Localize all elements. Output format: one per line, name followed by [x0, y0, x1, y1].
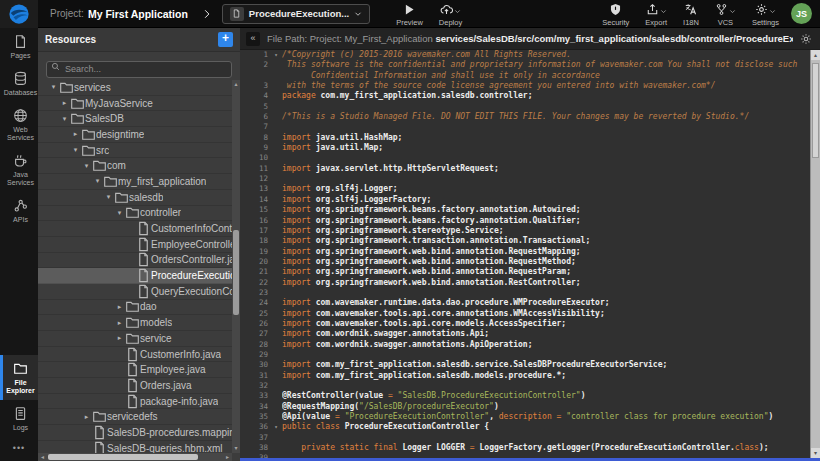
settings-button[interactable]: Settings	[752, 0, 779, 27]
code-line: 33@RestController(value = "SalesDB.Proce…	[240, 391, 810, 401]
collapse-panel-button[interactable]: «	[246, 32, 260, 46]
tree-hscroll-thumb[interactable]	[48, 454, 198, 460]
tree-item-employeecontroller-java[interactable]: EmployeeController.java	[38, 237, 232, 253]
tree-item-package-info-java[interactable]: package-info.java	[38, 394, 232, 410]
wavemaker-logo[interactable]	[0, 0, 38, 28]
tree-item-orders-java[interactable]: Orders.java	[38, 378, 232, 394]
tree-item-label: designtime	[96, 129, 144, 140]
tree-item-services[interactable]: ▾services	[38, 80, 232, 96]
code-text: Confidential Information and shall use i…	[282, 71, 810, 81]
tree-item-salesdb-procedures-mappings-json[interactable]: SalesDB-procedures.mappings.json	[38, 425, 232, 441]
code-editor[interactable]: 1▾/*Copyright (c) 2015-2016 wavemaker.co…	[240, 50, 810, 458]
tree-vertical-scrollbar[interactable]: ▴ ▾	[232, 80, 240, 453]
deploy-button[interactable]: Deploy	[439, 0, 462, 27]
fold-spacer	[270, 288, 282, 298]
sidebar-item-databases[interactable]: Databases	[0, 65, 38, 102]
editor-settings-gear-icon[interactable]	[800, 33, 812, 45]
tree-collapsed-arrow-icon[interactable]: ▸	[114, 303, 125, 311]
tree-item-label: CustomerInfo.java	[140, 349, 221, 360]
security-label: Security	[602, 18, 629, 27]
sidebar-item-file-explorer[interactable]: File Explorer	[0, 355, 38, 400]
tree-expanded-arrow-icon[interactable]: ▾	[114, 209, 125, 217]
tree-expanded-arrow-icon[interactable]: ▾	[59, 115, 70, 123]
export-button[interactable]: Export	[645, 0, 667, 27]
editor-vscroll-thumb[interactable]	[812, 63, 819, 158]
sidebar-item-web-services[interactable]: Web Services	[0, 102, 38, 147]
tree-item-servicedefs[interactable]: ▸servicedefs	[38, 409, 232, 425]
tree-item-designtime[interactable]: ▸designtime	[38, 127, 232, 143]
tree-collapsed-arrow-icon[interactable]: ▸	[70, 130, 81, 138]
tree-item-label: servicedefs	[107, 411, 158, 422]
preview-button[interactable]: Preview	[396, 0, 423, 27]
tree-item-salesdb[interactable]: ▾salesdb	[38, 190, 232, 206]
tree-item-customerinfocontroller-java[interactable]: CustomerInfoController.java	[38, 221, 232, 237]
vcs-button[interactable]: VCS	[715, 0, 736, 27]
search-input[interactable]	[46, 61, 232, 78]
security-button[interactable]: Security	[602, 0, 629, 27]
tree-item-src[interactable]: ▾src	[38, 143, 232, 159]
fold-spacer	[270, 71, 282, 81]
folder-icon	[92, 409, 107, 424]
sidebar-item-logs[interactable]: Logs	[0, 400, 38, 437]
sidebar-item-java-services[interactable]: Java Services	[0, 147, 38, 192]
fold-spacer	[270, 205, 282, 215]
tree-expanded-arrow-icon[interactable]: ▾	[81, 162, 92, 170]
sidebar-item-label: Java Services	[3, 171, 38, 187]
code-line: 34@RequestMapping("/SalesDB/procedureExe…	[240, 402, 810, 412]
add-resource-button[interactable]: +	[218, 32, 233, 47]
tree-item-procedureexecutioncontroller-java[interactable]: ProcedureExecutionController.java	[38, 268, 232, 284]
code-line: 13import org.slf4j.Logger;	[240, 184, 810, 194]
scroll-right-icon[interactable]: ▸	[223, 453, 232, 461]
user-avatar[interactable]: JS	[791, 3, 812, 24]
line-number: 18	[240, 236, 270, 246]
left-icon-rail: PagesDatabasesWeb ServicesJava ServicesA…	[0, 28, 38, 461]
tree-item-models[interactable]: ▸models	[38, 315, 232, 331]
scroll-down-icon[interactable]: ▾	[232, 444, 240, 453]
sidebar-item-pages[interactable]: Pages	[0, 28, 38, 65]
tree-item-label: EmployeeController.java	[151, 239, 232, 250]
tree-item-dao[interactable]: ▸dao	[38, 300, 232, 316]
sidebar-item-apis[interactable]: APIs	[0, 192, 38, 229]
tree-item-service[interactable]: ▸service	[38, 331, 232, 347]
editor-vertical-scrollbar[interactable]: ▴ ▾	[810, 50, 820, 458]
open-file-dropdown[interactable]: ProcedureExecution...	[222, 4, 370, 24]
fold-marker-icon[interactable]: ▾	[270, 422, 282, 432]
code-line: 4package com.my_first_application.salesd…	[240, 91, 810, 101]
tree-item-controller[interactable]: ▾controller	[38, 206, 232, 222]
code-text: /*Copyright (c) 2015-2016 wavemaker.com …	[282, 50, 810, 60]
line-number: 35	[240, 412, 270, 422]
tree-item-salesdb[interactable]: ▾SalesDB	[38, 111, 232, 127]
tree-collapsed-arrow-icon[interactable]: ▸	[59, 99, 70, 107]
scroll-down-icon[interactable]: ▾	[811, 448, 820, 458]
scroll-left-icon[interactable]: ◂	[38, 453, 47, 461]
line-number: 5	[240, 102, 270, 112]
file-icon	[136, 252, 151, 267]
file-path-prefix: File Path: Project: My_First_Application	[267, 33, 435, 44]
tree-item-my-first-application[interactable]: ▾my_first_application	[38, 174, 232, 190]
tree-collapsed-arrow-icon[interactable]: ▸	[114, 334, 125, 342]
scroll-up-icon[interactable]: ▴	[811, 50, 820, 60]
tree-item-orderscontroller-java[interactable]: OrdersController.java	[38, 253, 232, 269]
tree-collapsed-arrow-icon[interactable]: ▸	[81, 413, 92, 421]
fold-marker-icon[interactable]: ▾	[270, 50, 282, 60]
tree-expanded-arrow-icon[interactable]: ▾	[103, 193, 114, 201]
line-number: 21	[240, 267, 270, 277]
tree-expanded-arrow-icon[interactable]: ▾	[70, 146, 81, 154]
i18n-button[interactable]: I18N	[683, 0, 699, 27]
tree-item-queryexecutioncontroller-java[interactable]: QueryExecutionController.java	[38, 284, 232, 300]
line-number: 6	[240, 112, 270, 122]
tree-vscroll-thumb[interactable]	[233, 230, 239, 315]
tree-item-salesdb-queries-hbm-xml[interactable]: SalesDB-queries.hbm.xml	[38, 441, 232, 453]
tree-collapsed-arrow-icon[interactable]: ▸	[114, 319, 125, 327]
tree-horizontal-scrollbar[interactable]: ◂ ▸	[38, 453, 232, 461]
logs-icon	[13, 406, 28, 421]
tree-item-employee-java[interactable]: Employee.java	[38, 362, 232, 378]
tree-expanded-arrow-icon[interactable]: ▾	[92, 177, 103, 185]
tree-item-myjavaservice[interactable]: ▸MyJavaService	[38, 96, 232, 112]
tree-item-com[interactable]: ▾com	[38, 158, 232, 174]
tree-expanded-arrow-icon[interactable]: ▾	[48, 83, 59, 91]
more-options-button[interactable]: •••	[0, 437, 38, 461]
tree-item-customerinfo-java[interactable]: CustomerInfo.java	[38, 347, 232, 363]
scroll-up-icon[interactable]: ▴	[232, 80, 240, 89]
line-number: 37	[240, 433, 270, 443]
